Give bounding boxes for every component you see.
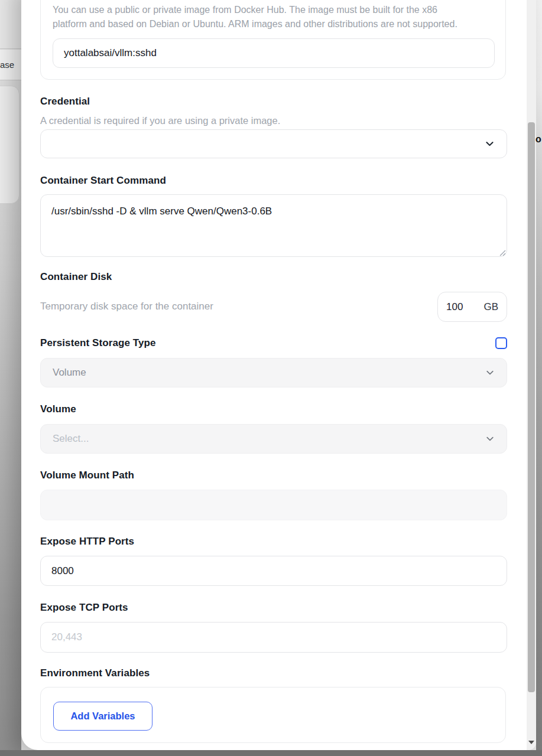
chevron-down-icon [485,139,495,149]
chevron-down-icon [485,434,495,444]
volume-select-placeholder: Select... [53,433,89,445]
background-right-text-fragment: o [535,134,541,145]
screen: ase y o You can use a public or private … [0,0,542,756]
start-command-label: Container Start Command [40,175,166,187]
container-image-input[interactable] [53,38,495,68]
http-ports-label: Expose HTTP Ports [40,536,134,548]
add-variables-button[interactable]: Add Variables [53,702,152,731]
persistent-storage-type-value: Volume [53,367,86,379]
resize-handle-icon[interactable] [499,248,506,255]
volume-mount-path-label: Volume Mount Path [40,470,134,481]
credential-label: Credential [40,96,90,107]
container-disk-value[interactable]: 100 [446,301,463,313]
container-disk-unit: GB [483,301,498,313]
volume-select[interactable]: Select... [40,424,507,454]
container-disk-size-field[interactable]: 100 GB [437,292,507,322]
persistent-storage-checkbox[interactable] [495,337,507,349]
chevron-down-icon [485,368,495,377]
tcp-ports-input[interactable] [40,622,507,653]
tcp-ports-label: Expose TCP Ports [40,602,128,614]
persistent-storage-type-select[interactable]: Volume [40,358,507,387]
env-vars-card: Add Variables [40,687,506,743]
env-vars-label: Environment Variables [40,667,150,679]
volume-label: Volume [40,403,76,415]
volume-mount-path-input[interactable] [40,490,507,520]
credential-help: A credential is required if you are usin… [40,115,280,126]
http-ports-input[interactable] [40,556,507,586]
start-command-textarea[interactable]: /usr/sbin/sshd -D & vllm serve Qwen/Qwen… [40,194,507,257]
persistent-storage-label: Persistent Storage Type [40,337,156,349]
container-image-help: You can use a public or private image fr… [53,3,470,31]
container-disk-label: Container Disk [40,271,112,283]
container-image-card: You can use a public or private image fr… [40,0,506,80]
credential-select[interactable] [40,129,507,158]
container-disk-help: Temporary disk space for the container [40,301,213,312]
